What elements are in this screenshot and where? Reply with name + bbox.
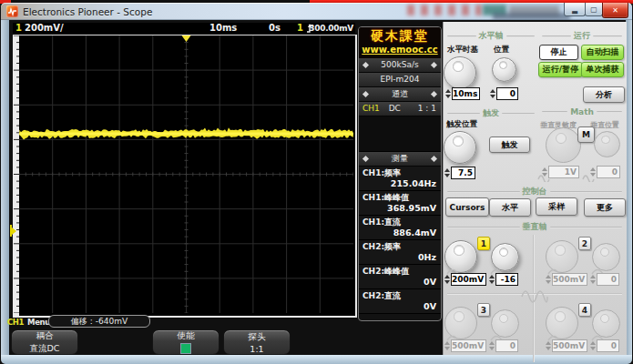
channel-status-row[interactable]: CH1 DC 1 : 1 bbox=[359, 102, 441, 116]
measure-header-row[interactable]: 测量 bbox=[359, 152, 441, 167]
spinner-arrows[interactable] bbox=[590, 166, 596, 178]
timebase-knob[interactable] bbox=[444, 56, 476, 89]
ch1-scale-value-field[interactable]: 200mV bbox=[451, 273, 486, 286]
ch1-scale-value[interactable]: 200mV bbox=[444, 273, 480, 286]
ch3-scale-value-field[interactable]: 500mV bbox=[451, 339, 486, 352]
right-arrow-icon[interactable] bbox=[431, 156, 437, 162]
auto-scan-button[interactable]: 自动扫描 bbox=[581, 45, 624, 60]
increment-icon[interactable] bbox=[542, 167, 547, 171]
math-position-value[interactable]: 0 bbox=[590, 166, 620, 178]
ch2-position-value-field[interactable]: 0 bbox=[597, 273, 619, 286]
device-row[interactable]: EPI-m204 bbox=[359, 73, 441, 87]
ch4-scale-value-field[interactable]: 500mV bbox=[552, 339, 587, 352]
decrement-icon[interactable] bbox=[546, 347, 551, 350]
increment-icon[interactable] bbox=[444, 275, 450, 278]
trigger-position-value-field[interactable]: 7.5 bbox=[451, 167, 475, 179]
increment-icon[interactable] bbox=[590, 341, 596, 345]
increment-icon[interactable] bbox=[489, 341, 495, 345]
h-position-value-field[interactable]: 0 bbox=[496, 87, 518, 100]
h-position-knob[interactable] bbox=[492, 57, 516, 82]
spinner-arrows[interactable] bbox=[590, 339, 596, 352]
increment-icon[interactable] bbox=[445, 89, 451, 93]
spinner-arrows[interactable] bbox=[542, 166, 547, 178]
cursors-button[interactable]: Cursors bbox=[445, 197, 489, 217]
ch4-badge[interactable]: 4 bbox=[578, 303, 591, 317]
stop-button[interactable]: 停止 bbox=[539, 45, 578, 60]
trigger-position-value[interactable]: 7.5 bbox=[444, 167, 475, 179]
spinner-arrows[interactable] bbox=[489, 339, 495, 352]
decrement-icon[interactable] bbox=[489, 347, 495, 350]
h-position-value[interactable]: 0 bbox=[490, 87, 518, 100]
decrement-icon[interactable] bbox=[444, 280, 450, 284]
analyze-button[interactable]: 分析 bbox=[583, 86, 625, 103]
ch1-position-value[interactable]: -16 bbox=[489, 273, 518, 286]
right-arrow-icon[interactable] bbox=[431, 91, 437, 97]
decrement-icon[interactable] bbox=[445, 95, 451, 98]
run-pause-button[interactable]: 运行/暂停 bbox=[538, 62, 583, 77]
decrement-icon[interactable] bbox=[590, 280, 596, 284]
decrement-icon[interactable] bbox=[590, 173, 596, 177]
ground-marker-arrow[interactable] bbox=[12, 228, 16, 235]
increment-icon[interactable] bbox=[546, 341, 551, 345]
math-sensitivity-value[interactable]: 1V bbox=[542, 166, 579, 178]
probe-button[interactable]: 探头 1:1 bbox=[223, 329, 291, 355]
ch2-badge[interactable]: 2 bbox=[578, 237, 591, 250]
spinner-arrows[interactable] bbox=[490, 87, 495, 100]
more-button[interactable]: 更多 bbox=[584, 198, 626, 217]
channel-header-row[interactable]: 通道 bbox=[359, 87, 441, 102]
ch3-position-value-field[interactable]: 0 bbox=[495, 339, 518, 352]
increment-icon[interactable] bbox=[546, 275, 551, 278]
increment-icon[interactable] bbox=[444, 341, 450, 345]
enable-checkbox[interactable] bbox=[180, 343, 191, 354]
decrement-icon[interactable] bbox=[444, 347, 450, 350]
right-arrow-icon[interactable] bbox=[431, 62, 437, 68]
enable-button[interactable]: 使能 bbox=[152, 329, 220, 355]
ch2-scale-value-field[interactable]: 500mV bbox=[552, 273, 587, 286]
spinner-arrows[interactable] bbox=[590, 273, 596, 286]
ch3-position-value[interactable]: 0 bbox=[489, 339, 518, 352]
coupling-button[interactable]: 耦合 直流DC bbox=[11, 329, 78, 355]
increment-icon[interactable] bbox=[490, 89, 495, 93]
decrement-icon[interactable] bbox=[590, 347, 596, 350]
decrement-icon[interactable] bbox=[490, 95, 495, 98]
trigger-button[interactable]: 触发 bbox=[489, 136, 530, 153]
trigger-position-knob[interactable] bbox=[444, 131, 476, 164]
horizontal-button[interactable]: 水平 bbox=[489, 198, 531, 217]
close-button[interactable]: ✕ bbox=[602, 3, 628, 18]
increment-icon[interactable] bbox=[590, 167, 596, 171]
ch3-badge[interactable]: 3 bbox=[477, 303, 490, 317]
ch1-badge[interactable]: 1 bbox=[477, 237, 490, 250]
sample-rate-row[interactable]: 500kSa/s bbox=[359, 58, 441, 73]
math-sensitivity-value-field[interactable]: 1V bbox=[548, 166, 579, 178]
ch2-scale-value[interactable]: 500mV bbox=[546, 273, 581, 286]
math-sensitivity-knob[interactable] bbox=[546, 127, 581, 163]
increment-icon[interactable] bbox=[590, 275, 596, 278]
spinner-arrows[interactable] bbox=[445, 87, 451, 100]
spinner-arrows[interactable] bbox=[546, 339, 551, 352]
minimize-button[interactable]: ▬ bbox=[564, 3, 586, 16]
increment-icon[interactable] bbox=[444, 168, 450, 172]
left-arrow-icon[interactable] bbox=[362, 62, 369, 68]
left-arrow-icon[interactable] bbox=[362, 156, 369, 162]
spinner-arrows[interactable] bbox=[444, 167, 450, 179]
ch4-scale-value[interactable]: 500mV bbox=[546, 339, 581, 352]
ch3-scale-value[interactable]: 500mV bbox=[444, 339, 480, 352]
math-position-knob[interactable] bbox=[594, 131, 620, 157]
maximize-button[interactable]: ▢ bbox=[585, 3, 603, 16]
spinner-arrows[interactable] bbox=[444, 339, 450, 352]
increment-icon[interactable] bbox=[489, 275, 495, 278]
decrement-icon[interactable] bbox=[542, 173, 547, 177]
spinner-arrows[interactable] bbox=[489, 273, 495, 286]
spinner-arrows[interactable] bbox=[444, 273, 450, 286]
math-position-value-field[interactable]: 0 bbox=[597, 166, 620, 178]
single-capture-button[interactable]: 单次捕获 bbox=[581, 62, 624, 77]
ch1-position-value-field[interactable]: -16 bbox=[495, 273, 518, 286]
timebase-value-field[interactable]: 10ms bbox=[452, 87, 480, 100]
ch4-position-value-field[interactable]: 0 bbox=[597, 339, 619, 352]
decrement-icon[interactable] bbox=[444, 174, 450, 177]
ch2-position-value[interactable]: 0 bbox=[590, 273, 619, 286]
decrement-icon[interactable] bbox=[489, 280, 495, 284]
sampling-button[interactable]: 采样 bbox=[536, 197, 577, 216]
left-arrow-icon[interactable] bbox=[362, 91, 369, 97]
ch4-position-value[interactable]: 0 bbox=[590, 339, 619, 352]
